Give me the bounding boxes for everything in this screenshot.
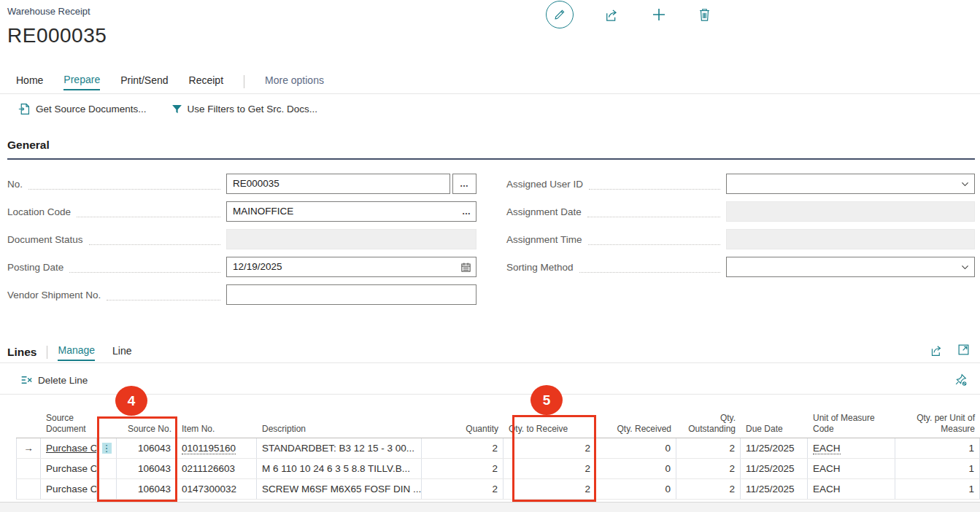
delete-line-icon [20, 374, 33, 386]
cell-qty-received[interactable]: 0 [596, 438, 676, 458]
general-rule [7, 158, 975, 160]
sorting-method-select[interactable] [726, 257, 975, 277]
cell-qty-outstanding[interactable]: 2 [676, 479, 741, 499]
leader [28, 178, 220, 190]
cell-source-document[interactable]: Purchase O... [41, 479, 97, 499]
use-filters-button[interactable]: Use Filters to Get Src. Docs... [171, 104, 318, 115]
cell-qty-outstanding[interactable]: 2 [676, 438, 741, 458]
tab-prepare[interactable]: Prepare [63, 74, 100, 90]
page-caption: Warehouse Receipt [7, 6, 90, 17]
lines-rule [0, 362, 980, 363]
leader [589, 178, 720, 190]
tab-more-options[interactable]: More options [265, 74, 324, 90]
lookup-ellipsis-icon[interactable]: … [462, 202, 471, 221]
cell-item-no[interactable]: 0211126603 [177, 459, 257, 478]
header-unit-of-measure-code[interactable]: Unit of Measure Code [808, 413, 895, 435]
share-icon[interactable] [604, 7, 620, 22]
cell-description[interactable]: STANDARDBET: B3 12 15 - 3 00... [257, 438, 422, 458]
header-item-no[interactable]: Item No. [177, 424, 257, 435]
page-title: RE000035 [7, 24, 107, 47]
header-quantity[interactable]: Quantity [422, 424, 503, 435]
warehouse-receipt-page: Warehouse Receipt RE000035 Home Prepare … [0, 0, 980, 512]
cell-qty-per-unit-of-measure[interactable]: 1 [895, 459, 980, 478]
cell-source-document[interactable]: Purchase O... [41, 459, 97, 478]
cell-source-document[interactable]: Purchase O... [41, 438, 97, 458]
header-due-date[interactable]: Due Date [741, 424, 808, 435]
tab-home[interactable]: Home [16, 74, 43, 90]
lines-rule [0, 394, 980, 395]
location-code-input[interactable]: MAINOFFICE … [226, 201, 477, 222]
cell-item-no[interactable]: 0101195160 [177, 438, 257, 458]
cell-due-date[interactable]: 11/25/2025 [741, 479, 808, 499]
cell-qty-received[interactable]: 0 [596, 479, 676, 499]
cell-unit-of-measure-code[interactable]: EACH [808, 479, 895, 499]
no-assist-button[interactable]: … [452, 174, 477, 194]
no-input[interactable]: RE000035 [226, 174, 450, 194]
field-row-document-status: Document Status [7, 229, 477, 249]
delete-line-label: Delete Line [38, 375, 88, 386]
header-qty-outstanding[interactable]: Qty. Outstanding [676, 413, 741, 435]
posting-date-input[interactable]: 12/19/2025 [226, 257, 477, 277]
cell-qty-per-unit-of-measure[interactable]: 1 [895, 438, 980, 458]
cell-description[interactable]: SCREW M6SF M6X65 FOSF DIN ... [257, 479, 422, 499]
document-import-icon [18, 103, 31, 115]
chevron-down-icon[interactable] [960, 257, 970, 276]
tabs-rule [0, 93, 980, 94]
field-row-assignment-time: Assignment Time [506, 229, 975, 249]
share-icon[interactable] [930, 344, 944, 360]
field-row-assigned-user-id: Assigned User ID [506, 174, 975, 194]
field-row-posting-date: Posting Date 12/19/2025 [7, 257, 477, 277]
unpin-icon[interactable] [954, 373, 967, 389]
delete-line-button[interactable]: Delete Line [20, 374, 88, 386]
assigned-user-id-select[interactable] [726, 174, 975, 194]
assignment-date-input [726, 201, 975, 222]
leader [77, 206, 220, 217]
ellipsis-icon: … [460, 179, 469, 189]
open-in-window-icon[interactable] [957, 344, 970, 360]
cell-unit-of-measure-code[interactable]: EACH [808, 459, 895, 478]
cell-item-no[interactable]: 0147300032 [177, 479, 257, 499]
add-icon[interactable] [651, 7, 667, 23]
leader [579, 261, 720, 273]
lines-tab-line[interactable]: Line [112, 345, 131, 360]
cell-unit-of-measure-code[interactable]: EACH [808, 438, 895, 458]
tab-divider [244, 75, 244, 88]
calendar-icon[interactable] [460, 257, 471, 276]
vendor-shipment-no-input[interactable] [226, 284, 477, 305]
posting-date-value: 12/19/2025 [233, 261, 282, 272]
field-row-sorting-method: Sorting Method [506, 257, 975, 277]
tab-print-send[interactable]: Print/Send [120, 74, 168, 90]
pencil-icon [553, 8, 566, 21]
cell-due-date[interactable]: 11/25/2025 [741, 459, 808, 478]
lines-part-icons [930, 344, 970, 360]
edit-button[interactable] [546, 1, 574, 28]
assignment-time-label: Assignment Time [506, 234, 582, 245]
header-qty-received[interactable]: Qty. Received [596, 424, 676, 435]
assignment-date-label: Assignment Date [506, 206, 582, 217]
location-code-label: Location Code [7, 206, 71, 217]
tab-receipt[interactable]: Receipt [189, 74, 223, 90]
annotation-badge-4: 4 [115, 386, 147, 416]
cell-due-date[interactable]: 11/25/2025 [741, 438, 808, 458]
cell-quantity[interactable]: 2 [422, 459, 503, 478]
header-qty-per-unit-of-measure[interactable]: Qty. per Unit of Measure [895, 413, 980, 435]
row-indicator [16, 479, 41, 499]
posting-date-label: Posting Date [7, 262, 63, 273]
header-source-document[interactable]: Source Document [41, 413, 97, 435]
cell-description[interactable]: M 6 110 10 24 6 3 5 8.8 TILLV.B... [257, 459, 422, 478]
table-footer-area [0, 502, 980, 512]
cell-qty-received[interactable]: 0 [596, 459, 676, 478]
trash-icon[interactable] [698, 7, 711, 22]
get-source-documents-button[interactable]: Get Source Documents... [18, 103, 147, 115]
cell-qty-per-unit-of-measure[interactable]: 1 [895, 479, 980, 499]
cell-qty-outstanding[interactable]: 2 [676, 459, 741, 478]
prepare-action-bar: Get Source Documents... Use Filters to G… [18, 103, 317, 115]
cell-quantity[interactable]: 2 [422, 438, 503, 458]
row-indicator [16, 459, 41, 478]
header-description[interactable]: Description [257, 424, 422, 435]
leader [69, 261, 220, 273]
lines-divider [47, 346, 47, 359]
chevron-down-icon[interactable] [960, 174, 970, 193]
lines-tab-manage[interactable]: Manage [58, 344, 95, 361]
cell-quantity[interactable]: 2 [422, 479, 503, 499]
